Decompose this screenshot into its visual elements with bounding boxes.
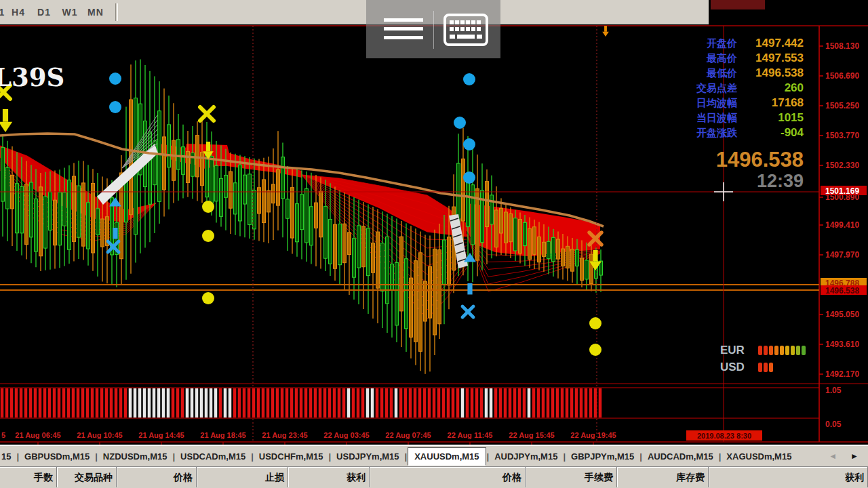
tab-nzdusdm[interactable]: NZDUSDm,M15 xyxy=(98,449,172,464)
hamburger-menu-icon[interactable] xyxy=(384,18,423,41)
timeframe-button-partial[interactable]: 1 xyxy=(0,3,5,21)
info-row: 开盘涨跌-904 xyxy=(696,126,804,141)
strength-row-eur: EUR xyxy=(720,342,807,359)
marker-dot xyxy=(202,201,214,213)
timeframe-button-mn[interactable]: MN xyxy=(83,3,108,21)
timeframe-button-h4[interactable]: H4 xyxy=(5,3,31,21)
price-axis-label: 1508.130 xyxy=(825,41,859,51)
marker-x xyxy=(200,107,214,121)
sub-axis-label: 1.05 xyxy=(825,386,842,395)
tab-gbpjpym[interactable]: GBPJPYm,M15 xyxy=(566,449,639,464)
marker-dot xyxy=(589,317,601,329)
strength-row-usd: USD xyxy=(720,359,807,375)
strength-bar xyxy=(774,346,778,355)
status-cell-获利: 获利 xyxy=(709,467,868,487)
currency-strength-meter: EURUSD xyxy=(720,342,807,375)
price-axis-label: 1506.690 xyxy=(825,71,859,81)
price-axis-label: 1495.050 xyxy=(825,310,859,319)
tab-audjpym[interactable]: AUDJPYm,M15 xyxy=(490,449,562,464)
marker-dot xyxy=(589,344,601,356)
status-cell-交易品种: 交易品种 xyxy=(57,467,117,487)
tab-separator: | xyxy=(172,451,175,462)
info-label: 最低价 xyxy=(707,67,737,80)
marker-arrow-down xyxy=(602,26,609,37)
recording-indicator-bar xyxy=(711,0,765,9)
info-value: 260 xyxy=(743,81,804,95)
tab-partial[interactable]: 15 xyxy=(0,449,16,464)
screen-recorder-overlay xyxy=(366,0,500,58)
info-row: 开盘价1497.442 xyxy=(696,37,804,52)
strength-bar xyxy=(785,346,789,355)
marker-dot xyxy=(463,73,475,85)
tab-xauusdm[interactable]: XAUUSDm,M15 xyxy=(408,447,486,466)
current-price: 1496.538 xyxy=(716,149,804,171)
tab-usdjpym[interactable]: USDJPYm,M15 xyxy=(332,449,403,464)
status-cell-止损: 止损 xyxy=(197,467,288,487)
tab-separator: | xyxy=(328,451,331,462)
tab-usdchfm[interactable]: USDCHFm,M15 xyxy=(254,449,328,464)
tab-separator: | xyxy=(16,451,19,462)
marker-x xyxy=(462,306,473,317)
sub-axis-label: 0.05 xyxy=(825,420,842,429)
tab-separator: | xyxy=(487,451,490,462)
time-axis-label: 21 Aug 10:45 xyxy=(77,431,122,439)
price-axis-label: 1499.410 xyxy=(825,220,859,230)
info-value: -904 xyxy=(743,126,804,140)
marker-dot xyxy=(463,171,475,184)
strength-bar xyxy=(758,363,762,372)
price-axis-label: 1505.250 xyxy=(825,101,859,110)
info-row: 当日波幅1015 xyxy=(696,111,804,126)
timeframe-button-w1[interactable]: W1 xyxy=(57,3,83,21)
info-value: 1496.538 xyxy=(743,66,804,80)
countdown-timer: 12:39 xyxy=(716,171,804,191)
svg-text:1501.169: 1501.169 xyxy=(825,186,859,196)
time-axis-label: 21 Aug 18:45 xyxy=(200,431,245,439)
time-axis-label: 21 Aug 14:45 xyxy=(138,431,184,439)
timeframe-buttons: H4D1W1MN xyxy=(5,3,108,21)
tab-gbpusdm[interactable]: GBPUSDm,M15 xyxy=(20,449,94,464)
keyboard-icon[interactable] xyxy=(443,14,488,46)
marker-dot xyxy=(463,138,475,150)
time-axis-label: 22 Aug 03:45 xyxy=(323,431,369,439)
toolbar-separator xyxy=(115,3,118,21)
info-label: 最高价 xyxy=(707,52,737,65)
strength-bar xyxy=(802,346,806,355)
time-axis-label: 21 Aug 06:45 xyxy=(15,431,60,439)
marker-dot xyxy=(454,117,466,129)
price-axis-label: 1493.610 xyxy=(825,340,859,349)
tab-xagusdm[interactable]: XAGUSDm,M15 xyxy=(722,449,796,464)
time-axis-label: 22 Aug 15:45 xyxy=(509,431,554,439)
status-cell-价格: 价格 xyxy=(117,467,197,487)
quote-panel: 1496.538 12:39 xyxy=(716,149,804,191)
info-label: 开盘涨跌 xyxy=(696,127,737,140)
price-axis-label: 1497.970 xyxy=(825,250,859,260)
overlay-divider xyxy=(433,11,434,49)
time-axis-partial: 5 xyxy=(1,431,5,439)
tab-scroll-right-icon[interactable]: ► xyxy=(850,451,859,461)
timeframe-button-d1[interactable]: D1 xyxy=(31,3,57,21)
tab-separator: | xyxy=(405,451,408,462)
trade-status-bar: 手数交易品种价格止损获利价格手续费库存费获利 xyxy=(0,466,868,488)
tab-usdcadm[interactable]: USDCADm,M15 xyxy=(176,449,250,464)
price-axis-label: 1502.330 xyxy=(825,161,859,170)
strength-bar xyxy=(769,363,773,372)
tab-audcadm[interactable]: AUDCADm,M15 xyxy=(643,449,718,464)
chart-area[interactable]: 1508.1301506.6901505.2501503.7701502.330… xyxy=(0,24,868,445)
marker-dot xyxy=(202,292,214,304)
time-axis-label: 21 Aug 23:45 xyxy=(262,431,307,439)
strength-bar xyxy=(758,346,762,355)
svg-text:2019.08.23 8:30: 2019.08.23 8:30 xyxy=(697,432,751,440)
info-label: 当日波幅 xyxy=(696,112,737,125)
tab-scroll-left-icon[interactable]: ◄ xyxy=(829,451,837,461)
status-cell-库存费: 库存费 xyxy=(617,467,709,487)
strength-bar xyxy=(764,363,768,372)
status-cell-手数: 手数 xyxy=(0,467,57,487)
candles-layer xyxy=(1,59,603,373)
symbol-tab-bar: 15|GBPUSDm,M15|NZDUSDm,M15|USDCADm,M15|U… xyxy=(0,445,868,467)
svg-text:1496.538: 1496.538 xyxy=(825,286,859,296)
marker-dot xyxy=(109,101,121,113)
tab-separator: | xyxy=(251,451,254,462)
status-cell-手续费: 手续费 xyxy=(526,467,617,487)
time-axis-label: 22 Aug 07:45 xyxy=(385,431,431,439)
info-label: 开盘价 xyxy=(707,37,737,50)
